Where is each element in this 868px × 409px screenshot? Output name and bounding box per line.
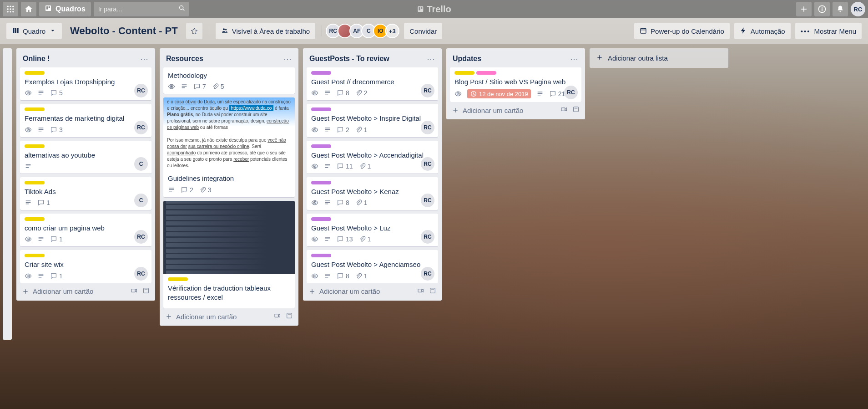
list-title[interactable]: Updates [453, 55, 481, 63]
card[interactable]: Guest Post Webolto > Accendadigital 111 … [307, 141, 438, 174]
template-icon[interactable] [572, 106, 580, 115]
attachments-badge: 1 [355, 126, 368, 133]
card[interactable]: alternativas ao youtube C [20, 141, 151, 174]
card-label-yellow[interactable] [25, 144, 45, 148]
card-label-yellow[interactable] [25, 181, 45, 184]
list-title[interactable]: Online ! [23, 55, 50, 63]
calendar-powerup-button[interactable]: Power-up do Calendário [634, 23, 730, 39]
apps-button[interactable] [3, 2, 18, 16]
card-title: Guest Post Webolto > Accendadigital [311, 151, 434, 160]
cards-container[interactable]: Methodology 75 é o caso óbvio do Duda, u… [163, 67, 295, 308]
add-card-button[interactable]: Adicionar um cartão [452, 107, 523, 114]
card-member[interactable]: RC [421, 121, 434, 134]
card-member[interactable]: RC [421, 157, 434, 171]
automation-button[interactable]: Automação [734, 23, 791, 39]
add-card-button[interactable]: Adicionar um cartão [22, 287, 93, 295]
card[interactable]: Exemplos Lojas Dropshipping 5 RC [20, 67, 151, 100]
trello-logo[interactable]: Trello [417, 4, 451, 15]
search-box[interactable] [94, 2, 189, 16]
cards-container[interactable]: Exemplos Lojas Dropshipping 5 RC Ferrame… [20, 67, 151, 283]
template-icon[interactable] [286, 312, 293, 321]
list-title[interactable]: GuestPosts - To review [309, 55, 389, 63]
list-menu-button[interactable]: ⋯ [283, 54, 292, 64]
card-label-purple[interactable] [311, 181, 331, 184]
svg-rect-10 [46, 6, 48, 10]
attachments-badge: 5 [212, 83, 224, 90]
list-menu-button[interactable]: ⋯ [140, 54, 149, 64]
card[interactable]: Guest Post Webolto > Kenaz 81 RC [307, 177, 438, 210]
star-button[interactable] [186, 23, 202, 39]
info-button[interactable] [814, 2, 830, 16]
board-title[interactable]: Webolto - Content - PT [66, 25, 182, 37]
more-members[interactable]: +3 [385, 24, 399, 38]
svg-rect-61 [275, 314, 278, 317]
visibility-button[interactable]: Visível à Área de trabalho [216, 23, 316, 39]
invite-button[interactable]: Convidar [404, 23, 442, 39]
user-avatar[interactable]: RC [851, 2, 865, 16]
board-members[interactable]: RC AF C IO +3 [328, 24, 399, 38]
card-label-yellow[interactable] [25, 107, 45, 111]
card-member[interactable]: RC [421, 194, 434, 207]
card-title: Vérification de traduction tableaux ress… [168, 284, 290, 302]
card-label-yellow[interactable] [168, 277, 188, 281]
comments-badge: 1 [50, 272, 63, 280]
cards-container[interactable]: Blog Post / Sitio web VS Pagina web 12 d… [450, 67, 581, 102]
video-icon[interactable] [131, 287, 138, 296]
list-menu-button[interactable]: ⋯ [427, 54, 435, 64]
card-title: alternativas ao youtube [25, 151, 147, 160]
card[interactable]: Guest Post Webolto > Luz 131 RC [307, 214, 438, 246]
svg-point-47 [28, 275, 29, 276]
search-input[interactable] [98, 5, 185, 13]
card-member[interactable]: C [134, 157, 148, 171]
svg-point-8 [12, 11, 14, 12]
card-member[interactable]: RC [134, 267, 148, 281]
list-edge-previous[interactable] [3, 48, 12, 340]
card[interactable]: Criar site wix 1 RC [20, 250, 151, 283]
card[interactable]: Guest Post Webolto > Inspire Digital 21 … [307, 104, 438, 137]
video-icon[interactable] [560, 106, 568, 115]
card[interactable]: como criar um pagina web 1 RC [20, 214, 151, 246]
card-member[interactable]: RC [134, 121, 148, 134]
create-button[interactable] [796, 2, 812, 16]
card[interactable]: Methodology 75 [163, 67, 295, 94]
card[interactable]: Ferramentas de marketing digital 3 RC [20, 104, 151, 137]
card-label-yellow[interactable] [25, 217, 45, 221]
template-icon[interactable] [429, 287, 436, 296]
board-view-switcher[interactable]: Quadro [6, 23, 62, 39]
svg-rect-53 [145, 289, 148, 290]
video-icon[interactable] [417, 287, 424, 296]
add-list-button[interactable]: Adicionar outra lista [590, 48, 728, 68]
list-title[interactable]: Resources [166, 55, 203, 63]
card-label-yellow[interactable] [454, 71, 474, 75]
list-menu-button[interactable]: ⋯ [570, 54, 579, 64]
card[interactable]: Vérification de traduction tableaux ress… [163, 201, 295, 309]
svg-point-29 [28, 92, 29, 94]
show-menu-button[interactable]: ••• Mostrar Menu [795, 23, 862, 39]
card-label-purple[interactable] [311, 71, 331, 75]
card-label-purple[interactable] [311, 107, 331, 111]
card[interactable]: Blog Post / Sitio web VS Pagina web 12 d… [450, 67, 581, 102]
board-canvas[interactable]: Online ! ⋯ Exemplos Lojas Dropshipping 5… [0, 44, 868, 409]
card-label-yellow[interactable] [25, 254, 45, 257]
video-icon[interactable] [274, 312, 281, 321]
add-card-button[interactable]: Adicionar um cartão [308, 287, 380, 295]
card-member[interactable]: RC [421, 267, 434, 281]
card-label-pink[interactable] [476, 71, 496, 75]
card-label-purple[interactable] [311, 254, 331, 257]
boards-button[interactable]: Quadros [39, 2, 91, 16]
card[interactable]: é o caso óbvio do Duda, um site especial… [163, 97, 295, 197]
template-icon[interactable] [142, 287, 150, 296]
due-date-badge[interactable]: 12 de nov de 2019 [467, 89, 531, 98]
cards-container[interactable]: Guest Post // drecommerce 82 RC Guest Po… [307, 67, 438, 283]
card-label-purple[interactable] [311, 217, 331, 221]
add-card-button[interactable]: Adicionar um cartão [165, 313, 237, 321]
card[interactable]: Guest Post Webolto > Agenciamseo 81 RC [307, 250, 438, 283]
home-button[interactable] [21, 2, 36, 16]
card-label-purple[interactable] [311, 144, 331, 148]
card[interactable]: Guest Post // drecommerce 82 RC [307, 67, 438, 100]
card-member[interactable]: C [134, 194, 148, 207]
card-label-yellow[interactable] [25, 71, 45, 75]
svg-point-6 [7, 11, 9, 12]
card[interactable]: Tiktok Ads 1 C [20, 177, 151, 210]
notifications-button[interactable] [833, 2, 848, 16]
